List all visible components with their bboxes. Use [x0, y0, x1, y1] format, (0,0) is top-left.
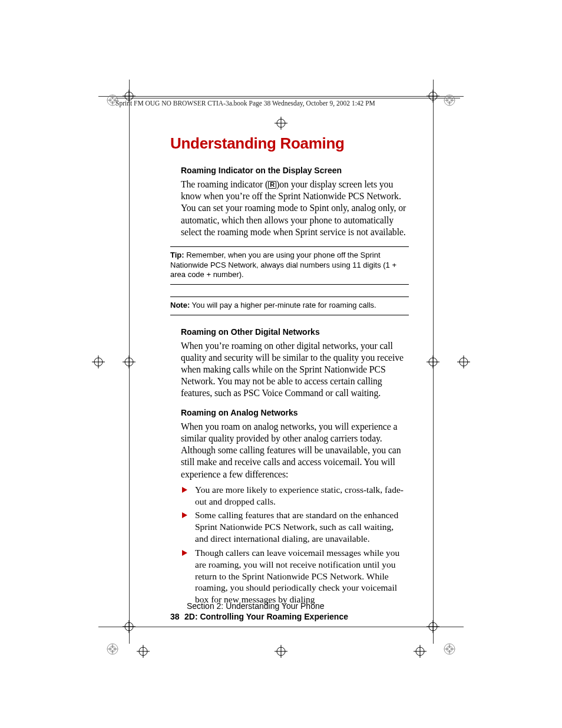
page-number: 38 — [170, 612, 184, 621]
tip-text: Remember, when you are using your phone … — [170, 251, 396, 279]
bullet-text: Though callers can leave voicemail messa… — [195, 548, 399, 604]
svg-point-41 — [416, 647, 424, 655]
registration-mark-icon — [92, 355, 105, 368]
footer-chapter-line: 382D: Controlling Your Roaming Experienc… — [170, 612, 418, 621]
frame-rule-top — [98, 96, 464, 97]
page-title: Understanding Roaming — [170, 134, 409, 153]
subhead-other-digital: Roaming on Other Digital Networks — [181, 327, 409, 337]
para-analog: When you roam on analog networks, you wi… — [181, 421, 409, 480]
tip-label: Tip: — [170, 251, 184, 259]
para-other-digital: When you’re roaming on other digital net… — [181, 340, 409, 400]
roaming-indicator-icon: R — [268, 181, 276, 189]
registration-mark-icon — [275, 645, 287, 658]
page-footer: Section 2: Understanding Your Phone 382D… — [170, 601, 418, 621]
svg-point-21 — [277, 647, 285, 655]
note-callout: Note: You will pay a higher per-minute r… — [170, 297, 409, 315]
registration-mark-icon — [275, 117, 287, 130]
list-item: Though callers can leave voicemail messa… — [181, 547, 409, 605]
running-header: Sprint FM OUG NO BROWSER CTIA-3a.book Pa… — [115, 98, 460, 107]
registration-mark-icon — [137, 645, 150, 658]
footer-section-line: Section 2: Understanding Your Phone — [187, 601, 418, 611]
corner-ornament-icon — [106, 643, 119, 655]
note-text: You will pay a higher per-minute rate fo… — [190, 301, 376, 309]
registration-mark-icon — [414, 645, 427, 658]
bullet-list: You are more likely to experience static… — [181, 484, 409, 605]
list-item: You are more likely to experience static… — [181, 484, 409, 508]
svg-point-24 — [94, 358, 103, 366]
frame-rule-left — [129, 80, 130, 644]
list-item: Some calling features that are standard … — [181, 509, 409, 544]
bullet-text: You are more likely to experience static… — [195, 485, 404, 506]
subhead-analog: Roaming on Analog Networks — [181, 408, 409, 417]
note-label: Note: — [170, 301, 190, 309]
svg-point-27 — [459, 358, 468, 366]
page: Sprint FM OUG NO BROWSER CTIA-3a.book Pa… — [0, 0, 562, 728]
content-area: Understanding Roaming Roaming Indicator … — [170, 134, 409, 608]
subhead-roaming-indicator: Roaming Indicator on the Display Screen — [181, 166, 409, 175]
running-header-text: Sprint FM OUG NO BROWSER CTIA-3a.book Pa… — [115, 100, 375, 107]
bullet-text: Some calling features that are standard … — [195, 510, 398, 543]
footer-chapter-text: 2D: Controlling Your Roaming Experience — [184, 612, 348, 621]
svg-point-38 — [139, 647, 147, 655]
para-s1-a: The roaming indicator ( — [181, 179, 268, 189]
tip-callout: Tip: Remember, when you are using your p… — [170, 246, 409, 285]
registration-mark-icon — [457, 355, 470, 368]
corner-ornament-icon — [443, 94, 456, 107]
svg-point-18 — [277, 119, 285, 127]
para-roaming-indicator: The roaming indicator (R)on your display… — [181, 179, 409, 238]
corner-ornament-icon — [443, 643, 456, 655]
corner-ornament-icon — [106, 94, 119, 107]
frame-rule-right — [433, 80, 434, 644]
frame-rule-bottom — [98, 627, 464, 627]
